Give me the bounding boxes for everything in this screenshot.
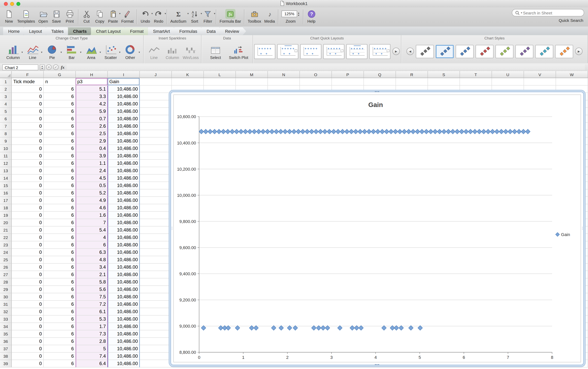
- format-button[interactable]: Format: [120, 9, 135, 24]
- cell[interactable]: 10,486.00: [108, 189, 140, 197]
- cell[interactable]: 10,486.00: [108, 293, 140, 301]
- tab-charts[interactable]: Charts: [68, 27, 94, 35]
- sort-button[interactable]: AZ▾Sort: [188, 9, 201, 24]
- cell[interactable]: [236, 78, 268, 85]
- cell[interactable]: 10,486.00: [108, 100, 140, 108]
- cell[interactable]: 2.9: [76, 137, 108, 145]
- cell[interactable]: [140, 256, 172, 264]
- cell[interactable]: 0: [12, 264, 44, 271]
- dropdown-chevron-icon[interactable]: ▾: [41, 51, 42, 54]
- cell[interactable]: 6: [44, 360, 76, 368]
- cell[interactable]: 10,486.00: [108, 212, 140, 219]
- cell[interactable]: 6: [44, 234, 76, 241]
- row-header-27[interactable]: 27: [0, 271, 12, 278]
- line-chart-type-button[interactable]: ▾Line: [24, 43, 41, 60]
- cell[interactable]: [140, 219, 172, 226]
- cell[interactable]: 10,486.00: [108, 271, 140, 278]
- cell[interactable]: 10,486.00: [108, 353, 140, 360]
- chart-object[interactable]: ••• ••• ⋮ ⋮ 10,600.0010,400.0010,200.001…: [171, 92, 584, 365]
- row-header-39[interactable]: 39: [0, 360, 12, 368]
- tab-home[interactable]: Home: [3, 27, 27, 35]
- enter-button[interactable]: ✓: [53, 64, 59, 70]
- cell[interactable]: 10,486.00: [108, 338, 140, 345]
- cell[interactable]: [140, 226, 172, 234]
- row-header-1[interactable]: 1: [0, 78, 12, 85]
- tab-smartart[interactable]: SmartArt: [148, 27, 177, 35]
- column-header-P[interactable]: P: [332, 71, 364, 78]
- row-header-11[interactable]: 11: [0, 152, 12, 160]
- chart-quick-layout-2[interactable]: [277, 44, 298, 59]
- open-button[interactable]: Open: [37, 9, 50, 24]
- chart-quick-layout-6[interactable]: [369, 44, 390, 59]
- row-header-4[interactable]: 4: [0, 100, 12, 108]
- cell[interactable]: 6: [44, 189, 76, 197]
- cell[interactable]: 0: [12, 182, 44, 189]
- chart-style-6[interactable]: [515, 45, 533, 58]
- cell[interactable]: 0: [12, 197, 44, 204]
- cell[interactable]: 6: [44, 293, 76, 301]
- dropdown-chevron-icon[interactable]: ▾: [119, 51, 121, 54]
- cell[interactable]: 6: [44, 108, 76, 115]
- cell[interactable]: 10,486.00: [108, 286, 140, 293]
- cell[interactable]: [140, 241, 172, 249]
- cell[interactable]: [140, 78, 172, 85]
- cell[interactable]: 2.8: [76, 338, 108, 345]
- cell[interactable]: [140, 323, 172, 330]
- row-header-21[interactable]: 21: [0, 226, 12, 234]
- cell[interactable]: 0: [12, 308, 44, 316]
- tab-layout[interactable]: Layout: [24, 27, 49, 35]
- cell[interactable]: 6: [44, 308, 76, 316]
- row-header-37[interactable]: 37: [0, 345, 12, 353]
- cell[interactable]: 0: [12, 293, 44, 301]
- cell[interactable]: 6: [44, 271, 76, 278]
- cell[interactable]: [140, 115, 172, 123]
- cell[interactable]: [140, 249, 172, 256]
- cell[interactable]: 6.4: [76, 360, 108, 368]
- row-header-5[interactable]: 5: [0, 108, 12, 115]
- column-header-R[interactable]: R: [396, 71, 428, 78]
- cell[interactable]: 10,486.00: [108, 219, 140, 226]
- cell[interactable]: 0: [12, 219, 44, 226]
- chart-style-1[interactable]: [416, 45, 434, 58]
- cell[interactable]: 6: [44, 123, 76, 130]
- sparkline-line-button[interactable]: Line: [146, 43, 162, 60]
- cell[interactable]: 10,486.00: [108, 204, 140, 212]
- cell[interactable]: 0: [12, 316, 44, 323]
- insert-function-button[interactable]: fx: [60, 65, 65, 70]
- cell[interactable]: 10,486.00: [108, 330, 140, 338]
- cell[interactable]: 6: [44, 286, 76, 293]
- cell[interactable]: 10,486.00: [108, 256, 140, 264]
- cell[interactable]: [172, 78, 204, 85]
- save-button[interactable]: Save: [50, 9, 63, 24]
- cell[interactable]: 6: [44, 174, 76, 182]
- row-header-28[interactable]: 28: [0, 278, 12, 286]
- zoom-button[interactable]: 125%▲▼Zoom: [280, 9, 301, 24]
- cell[interactable]: 0: [12, 145, 44, 152]
- cell[interactable]: 7.2: [76, 301, 108, 308]
- cell[interactable]: 1.1: [76, 160, 108, 167]
- cell[interactable]: 10,486.00: [108, 108, 140, 115]
- cell[interactable]: [460, 78, 492, 85]
- cell[interactable]: 2.1: [76, 271, 108, 278]
- column-header-U[interactable]: U: [492, 71, 524, 78]
- cell[interactable]: 10,486.00: [108, 323, 140, 330]
- cell[interactable]: 5.2: [76, 189, 108, 197]
- cell[interactable]: 6: [44, 160, 76, 167]
- cell[interactable]: 0: [12, 108, 44, 115]
- formula-bar-button[interactable]: fxFormula Bar: [218, 9, 243, 24]
- cell[interactable]: 6.1: [76, 308, 108, 316]
- chart-style-3[interactable]: [456, 45, 474, 58]
- chart-style-7[interactable]: [535, 45, 553, 58]
- cell[interactable]: [140, 212, 172, 219]
- cell[interactable]: 5.9: [76, 108, 108, 115]
- bar-chart-type-button[interactable]: ▾Bar: [63, 43, 81, 60]
- cell[interactable]: 6: [44, 301, 76, 308]
- cell[interactable]: 0: [12, 353, 44, 360]
- cell[interactable]: 10,486.00: [108, 301, 140, 308]
- dropdown-chevron-icon[interactable]: ▾: [165, 12, 166, 15]
- row-header-17[interactable]: 17: [0, 197, 12, 204]
- cell[interactable]: 0: [12, 338, 44, 345]
- cell[interactable]: 6: [44, 100, 76, 108]
- row-header-25[interactable]: 25: [0, 256, 12, 264]
- dropdown-chevron-icon[interactable]: ▾: [214, 12, 215, 15]
